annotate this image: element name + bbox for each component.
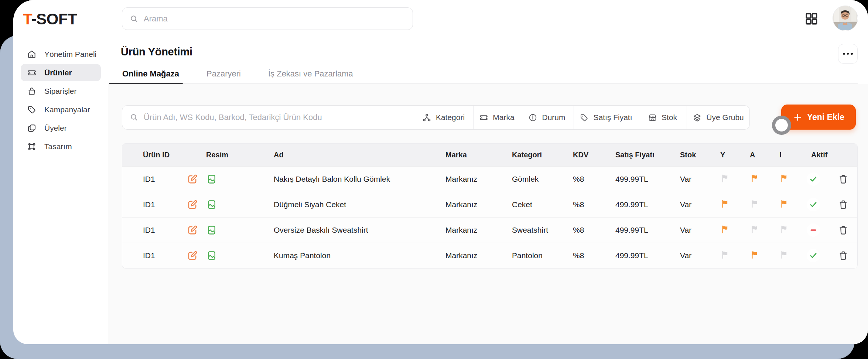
flag-icon xyxy=(720,250,730,260)
apps-grid-icon[interactable] xyxy=(802,10,821,28)
edit-icon[interactable] xyxy=(186,172,199,186)
trash-icon[interactable] xyxy=(836,172,850,186)
add-new-button[interactable]: Yeni Ekle xyxy=(781,105,856,130)
flag-y[interactable] xyxy=(708,174,737,185)
cell-vat: %8 xyxy=(558,200,601,209)
global-search-input[interactable]: Arama xyxy=(122,7,413,30)
active-toggle[interactable] xyxy=(807,172,820,186)
filter-satis-fiyati-button[interactable]: Satış Fiyatı xyxy=(574,106,638,129)
cell-name: Kumaş Pantolon xyxy=(259,251,431,260)
cell-stock: Var xyxy=(665,226,708,235)
image-icon[interactable] xyxy=(205,198,218,211)
cell-active xyxy=(796,249,830,262)
flag-i[interactable] xyxy=(767,199,796,211)
check-icon xyxy=(809,251,818,260)
sidebar-item-label: Yönetim Paneli xyxy=(44,50,96,59)
flag-a[interactable] xyxy=(737,199,767,211)
cell-active xyxy=(796,223,830,237)
sidebar-item-uyeler[interactable]: Üyeler xyxy=(21,119,101,137)
flag-a[interactable] xyxy=(737,250,767,261)
home-icon xyxy=(27,49,37,59)
check-icon xyxy=(809,200,818,209)
col-a: A xyxy=(737,151,767,159)
flag-a[interactable] xyxy=(737,174,767,185)
col-resim: Resim xyxy=(178,151,259,159)
trash-icon[interactable] xyxy=(836,249,850,263)
cell-delete xyxy=(830,249,857,263)
sidebar-item-label: Üyeler xyxy=(44,124,67,133)
filter-label: Üye Grubu xyxy=(706,113,744,122)
filter-stok-button[interactable]: Stok xyxy=(638,106,687,129)
topbar: T-SOFT Arama xyxy=(13,0,868,38)
active-toggle[interactable] xyxy=(807,223,820,237)
cell-name: Oversize Baskılı Sweatshirt xyxy=(259,226,431,235)
flag-a[interactable] xyxy=(737,225,767,236)
table-header: Ürün ID Resim Ad Marka Kategori KDV Satı… xyxy=(122,144,857,167)
flag-icon xyxy=(720,199,730,209)
product-search-input[interactable]: Ürün Adı, WS Kodu, Barkod, Tedarikçi Ürü… xyxy=(122,106,413,129)
cell-delete xyxy=(830,172,857,187)
cell-price: 499.99TL xyxy=(601,200,665,209)
add-new-label: Yeni Ekle xyxy=(807,112,844,122)
image-icon[interactable] xyxy=(205,249,218,262)
col-i: I xyxy=(767,151,796,159)
sidebar-item-tasarim[interactable]: Tasarım xyxy=(21,138,101,155)
filter-label: Marka xyxy=(493,113,514,122)
filter-durum-button[interactable]: Durum xyxy=(520,106,574,129)
filter-label: Durum xyxy=(542,113,565,122)
cell-image-actions xyxy=(178,223,259,237)
table-row: ID1 Nakış Detaylı Balon Kollu Gömlek Mar… xyxy=(122,167,857,192)
flag-y[interactable] xyxy=(708,199,737,211)
filter-bar: Ürün Adı, WS Kodu, Barkod, Tedarikçi Ürü… xyxy=(122,105,750,130)
tab-pazaryeri[interactable]: Pazaryeri xyxy=(205,64,242,83)
store-icon xyxy=(648,113,657,122)
flag-i[interactable] xyxy=(767,250,796,261)
flag-y[interactable] xyxy=(708,225,737,236)
flag-y[interactable] xyxy=(708,250,737,261)
flag-icon xyxy=(750,250,759,260)
product-search-placeholder: Ürün Adı, WS Kodu, Barkod, Tedarikçi Ürü… xyxy=(144,113,322,122)
image-icon[interactable] xyxy=(205,172,218,186)
search-icon xyxy=(130,113,139,122)
cell-category: Sweatshirt xyxy=(497,226,558,235)
trash-icon[interactable] xyxy=(836,223,850,237)
filter-kategori-button[interactable]: Kategori xyxy=(413,106,474,129)
active-toggle[interactable] xyxy=(807,249,820,262)
flag-icon xyxy=(750,199,759,209)
sidebar-item-yonetim-paneli[interactable]: Yönetim Paneli xyxy=(21,45,101,63)
sidebar-item-siparisler[interactable]: Siparişler xyxy=(21,82,101,100)
cell-name: Nakış Detaylı Balon Kollu Gömlek xyxy=(259,175,431,184)
flag-i[interactable] xyxy=(767,225,796,236)
edit-icon[interactable] xyxy=(186,249,199,262)
filter-label: Stok xyxy=(662,113,677,122)
user-avatar[interactable] xyxy=(833,6,858,31)
tab-is-zekasi-ve-pazarlama[interactable]: İş Zekası ve Pazarlama xyxy=(267,64,355,83)
ticket-icon xyxy=(479,113,488,122)
cell-active xyxy=(796,172,830,186)
logo-rest: -SOFT xyxy=(31,10,77,28)
filter-label: Kategori xyxy=(436,113,465,122)
sidebar-item-urunler[interactable]: Ürünler xyxy=(21,64,101,81)
filter-uye-grubu-button[interactable]: Üye Grubu xyxy=(687,106,749,129)
sidebar-item-kampanyalar[interactable]: Kampanyalar xyxy=(21,101,101,118)
edit-icon[interactable] xyxy=(186,198,199,211)
image-icon[interactable] xyxy=(205,223,218,237)
flag-icon xyxy=(779,174,789,183)
cell-product-id: ID1 xyxy=(122,175,178,184)
cell-delete xyxy=(830,223,857,237)
minus-icon xyxy=(809,225,818,235)
sidebar-item-label: Ürünler xyxy=(44,68,72,77)
cell-brand: Markanız xyxy=(431,200,497,209)
cell-brand: Markanız xyxy=(431,226,497,235)
tab-online-magaza[interactable]: Online Mağaza xyxy=(121,64,181,83)
trash-icon[interactable] xyxy=(836,198,850,212)
cell-price: 499.99TL xyxy=(601,175,665,184)
col-aktif: Aktif xyxy=(796,151,830,159)
screen: T-SOFT Arama xyxy=(0,0,868,359)
edit-icon[interactable] xyxy=(186,223,199,237)
filter-marka-button[interactable]: Marka xyxy=(474,106,520,129)
active-toggle[interactable] xyxy=(807,198,820,211)
more-options-button[interactable] xyxy=(838,44,858,64)
flag-i[interactable] xyxy=(767,174,796,185)
sidebar: Yönetim Paneli Ürünler Siparişler Kampan… xyxy=(13,38,109,344)
